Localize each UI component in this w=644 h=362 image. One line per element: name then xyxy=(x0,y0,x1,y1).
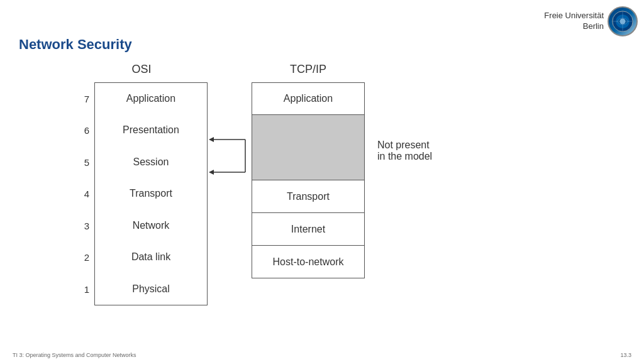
osi-cell-application: Application xyxy=(94,82,208,115)
osi-row-2: 2 Data link xyxy=(75,241,208,274)
osi-row-1: 1 Physical xyxy=(75,273,208,305)
tcpip-cell-transport: Transport xyxy=(252,180,365,213)
tcpip-cell-gray xyxy=(252,115,365,180)
not-present-line2: in the model xyxy=(377,151,432,162)
logo-line2: Berlin xyxy=(583,21,604,31)
osi-cell-datalink: Data link xyxy=(94,241,208,274)
tcpip-table: Application Transport Internet Host-to-n… xyxy=(252,82,365,278)
osi-number-1: 1 xyxy=(75,284,94,295)
page-title: Network Security xyxy=(19,36,132,53)
osi-cell-network: Network xyxy=(94,209,208,242)
osi-cell-physical: Physical xyxy=(94,273,208,305)
osi-row-5: 5 Session xyxy=(75,146,208,178)
header-logo: Freie Universität Berlin xyxy=(544,6,638,36)
not-present-line1: Not present xyxy=(377,140,432,151)
osi-table: 7 Application 6 Presentation 5 Session 4… xyxy=(75,82,208,305)
osi-cell-transport: Transport xyxy=(94,178,208,211)
arrows-svg xyxy=(208,90,252,319)
logo-svg xyxy=(611,10,634,33)
tcpip-title: TCP/IP xyxy=(290,63,326,76)
tcpip-cell-host-to-network: Host-to-network xyxy=(252,246,365,278)
osi-column: OSI 7 Application 6 Presentation 5 Sessi… xyxy=(75,63,208,305)
osi-row-6: 6 Presentation xyxy=(75,114,208,147)
footer-left: TI 3: Operating Systems and Computer Net… xyxy=(13,352,136,358)
osi-title: OSI xyxy=(131,63,151,76)
footer: TI 3: Operating Systems and Computer Net… xyxy=(0,352,644,358)
svg-marker-8 xyxy=(209,170,214,175)
logo-line1: Freie Universität xyxy=(544,11,604,20)
osi-number-6: 6 xyxy=(75,125,94,136)
gap-arrows xyxy=(208,90,252,319)
osi-cell-presentation: Presentation xyxy=(94,114,208,147)
osi-number-3: 3 xyxy=(75,221,94,231)
osi-cell-session: Session xyxy=(94,146,208,178)
not-present-label: Not present in the model xyxy=(377,140,432,162)
logo-circle xyxy=(608,6,638,36)
osi-number-5: 5 xyxy=(75,157,94,168)
footer-right: 13.3 xyxy=(620,352,631,358)
osi-number-4: 4 xyxy=(75,189,94,199)
osi-number-7: 7 xyxy=(75,94,94,104)
osi-row-7: 7 Application xyxy=(75,82,208,115)
osi-row-3: 3 Network xyxy=(75,209,208,242)
tcpip-cell-application: Application xyxy=(252,82,365,115)
tcpip-column: TCP/IP Application Transport Internet Ho… xyxy=(252,63,365,278)
not-present-area: Not present in the model xyxy=(377,90,432,162)
osi-number-2: 2 xyxy=(75,252,94,263)
logo-text: Freie Universität Berlin xyxy=(544,11,604,32)
osi-row-4: 4 Transport xyxy=(75,178,208,211)
tcpip-cell-internet: Internet xyxy=(252,213,365,246)
svg-marker-6 xyxy=(209,137,214,142)
